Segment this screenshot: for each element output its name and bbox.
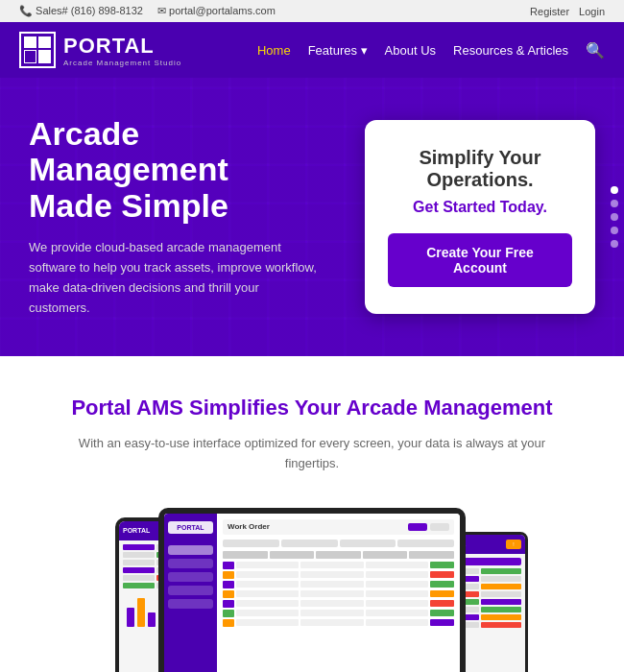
nav-features[interactable]: Features ▾ <box>308 43 368 58</box>
email-address: portal@portalams.com <box>169 5 276 16</box>
hero-body: We provide cloud-based arcade management… <box>29 238 317 318</box>
hero-section: Arcade Management Made Simple We provide… <box>0 78 624 356</box>
table-row <box>223 562 454 569</box>
tablet-screen: PORTAL Work Order <box>164 514 460 672</box>
register-link[interactable]: Register <box>530 6 569 17</box>
sidebar-item-2 <box>168 559 213 568</box>
tablet-header: Work Order <box>223 519 454 535</box>
tablet-title: Work Order <box>228 522 270 531</box>
sidebar-item-4 <box>168 586 213 595</box>
sidebar-item-5 <box>168 599 213 609</box>
section2-subtitle: With an easy-to-use interface optimized … <box>72 434 552 474</box>
search-icon[interactable]: 🔍 <box>586 41 605 60</box>
table-row <box>223 571 454 579</box>
logo-area: PORTAL Arcade Management Studio <box>19 32 181 68</box>
card-title: Simplify Your Operations. <box>388 147 572 191</box>
nav-links: Home Features ▾ About Us Resources & Art… <box>257 41 605 60</box>
cta-button[interactable]: Create Your Free Account <box>388 233 572 287</box>
table-row <box>223 590 454 598</box>
table-row <box>223 610 454 617</box>
tablet-device: PORTAL Work Order <box>158 508 466 672</box>
top-bar: 📞 Sales# (816) 898-8132 ✉ portal@portala… <box>0 0 624 22</box>
phone-icon: 📞 <box>19 5 36 16</box>
nav-resources[interactable]: Resources & Articles <box>453 43 568 58</box>
sidebar-logo: PORTAL <box>168 521 213 534</box>
dot-3[interactable] <box>611 213 618 221</box>
dot-5[interactable] <box>611 240 618 248</box>
login-link[interactable]: Login <box>579 6 605 17</box>
nav-about[interactable]: About Us <box>385 43 436 58</box>
navbar: PORTAL Arcade Management Studio Home Fea… <box>0 22 624 78</box>
devices-area: PORTAL 4 States <box>29 498 595 672</box>
hero-card: Simplify Your Operations. Get Started To… <box>365 120 595 314</box>
logo-portal: PORTAL <box>63 34 181 59</box>
table-header <box>223 551 454 559</box>
nav-home[interactable]: Home <box>257 43 291 58</box>
table-row <box>223 600 454 608</box>
tablet-content: Work Order <box>217 514 460 672</box>
sidebar-item-1 <box>168 545 213 555</box>
side-dots <box>611 186 618 248</box>
top-bar-right: Register Login <box>530 6 605 17</box>
table-row <box>223 619 454 627</box>
logo-text: PORTAL Arcade Management Studio <box>63 34 181 67</box>
table-row <box>223 581 454 588</box>
logo-subtitle: Arcade Management Studio <box>63 59 181 67</box>
phone-number: Sales# (816) 898-8132 <box>36 5 143 16</box>
dot-4[interactable] <box>611 227 618 234</box>
logo-icon <box>19 32 56 68</box>
dot-2[interactable] <box>611 200 618 207</box>
hero-heading: Arcade Management Made Simple <box>29 116 317 224</box>
card-subtitle: Get Started Today. <box>388 199 572 216</box>
section2-title: Portal AMS Simplifies Your Arcade Manage… <box>29 395 595 422</box>
hero-text: Arcade Management Made Simple We provide… <box>29 116 317 318</box>
phone-contact: 📞 Sales# (816) 898-8132 <box>19 5 143 17</box>
section2: Portal AMS Simplifies Your Arcade Manage… <box>0 356 624 672</box>
tablet-sidebar: PORTAL <box>164 514 217 672</box>
dot-1[interactable] <box>611 186 618 194</box>
phone-logo: PORTAL <box>123 527 150 534</box>
sidebar-item-3 <box>168 572 213 582</box>
top-bar-left: 📞 Sales# (816) 898-8132 ✉ portal@portala… <box>19 5 276 17</box>
email-contact: ✉ portal@portalams.com <box>157 5 276 17</box>
email-icon: ✉ <box>157 5 169 16</box>
